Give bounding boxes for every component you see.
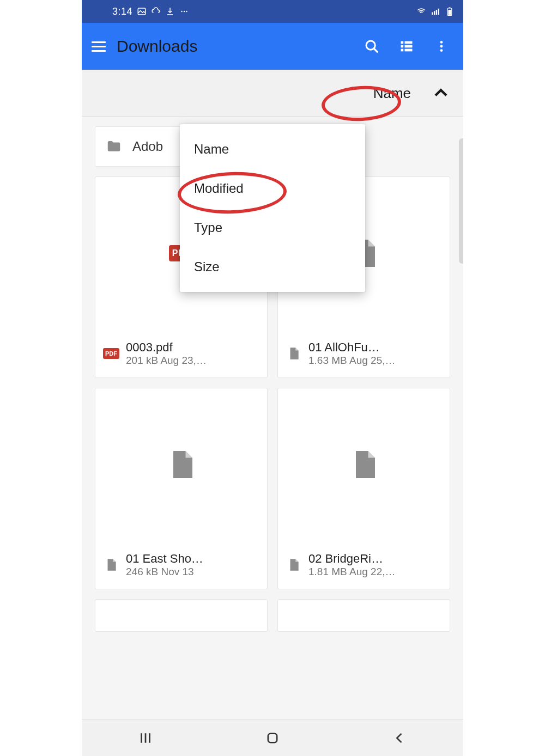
svg-point-11: [366, 41, 375, 50]
document-icon: [286, 555, 302, 575]
app-bar: Downloads: [82, 23, 463, 70]
gallery-icon: [137, 7, 147, 16]
folder-name: Adob: [132, 139, 163, 154]
overflow-menu-button[interactable]: [432, 36, 451, 56]
svg-rect-9: [448, 10, 451, 15]
android-status-bar: 3:14: [82, 0, 463, 23]
sort-by-button[interactable]: Name: [362, 82, 422, 105]
svg-rect-15: [401, 45, 404, 48]
svg-rect-17: [401, 49, 404, 52]
folder-icon: [104, 138, 124, 155]
file-card[interactable]: 01 East Sho… 246 kB Nov 13: [95, 388, 268, 589]
phone-frame: 3:14: [82, 0, 463, 756]
svg-point-1: [181, 11, 182, 12]
svg-rect-6: [436, 10, 437, 15]
svg-rect-16: [405, 45, 413, 48]
file-card[interactable]: 02 BridgeRi… 1.81 MB Aug 22,…: [277, 388, 450, 589]
file-meta: 1.63 MB Aug 25,…: [308, 355, 396, 367]
status-right: [416, 7, 455, 16]
file-card-footer: 02 BridgeRi… 1.81 MB Aug 22,…: [278, 541, 450, 589]
document-icon: [348, 445, 380, 484]
status-time: 3:14: [112, 6, 132, 17]
file-card-footer: 01 East Sho… 246 kB Nov 13: [95, 541, 267, 589]
file-name: 0003.pdf: [126, 340, 207, 355]
file-meta: 1.81 MB Aug 22,…: [308, 566, 396, 578]
svg-rect-4: [432, 13, 433, 15]
nav-home-button[interactable]: [256, 727, 289, 749]
file-name: 02 BridgeRi…: [308, 552, 396, 566]
svg-point-21: [440, 49, 443, 52]
svg-rect-25: [268, 733, 277, 742]
sort-option-name[interactable]: Name: [180, 130, 365, 169]
file-name: 01 AllOhFu…: [308, 340, 396, 355]
svg-rect-18: [405, 49, 413, 52]
nav-recents-button[interactable]: [129, 727, 162, 749]
svg-rect-14: [405, 41, 413, 44]
sort-bar: Name: [82, 70, 463, 117]
file-card-footer: PDF 0003.pdf 201 kB Aug 23,…: [95, 330, 267, 377]
file-card[interactable]: [95, 599, 268, 632]
scrollbar[interactable]: [459, 138, 463, 264]
file-thumbnail: [278, 388, 450, 541]
sort-option-size[interactable]: Size: [180, 247, 365, 286]
nav-back-button[interactable]: [383, 727, 416, 749]
view-toggle-button[interactable]: [397, 36, 416, 56]
android-nav-bar: [82, 719, 463, 756]
sort-direction-button[interactable]: [432, 84, 450, 102]
page-title: Downloads: [117, 37, 197, 56]
document-icon: [286, 344, 302, 363]
file-thumbnail: [95, 388, 267, 541]
sort-option-type[interactable]: Type: [180, 208, 365, 247]
file-name: 01 East Sho…: [126, 552, 203, 566]
file-meta: 201 kB Aug 23,…: [126, 355, 207, 367]
file-card-footer: 01 AllOhFu… 1.63 MB Aug 25,…: [278, 330, 450, 377]
document-icon: [103, 555, 119, 575]
svg-rect-13: [401, 41, 404, 44]
svg-rect-5: [434, 11, 435, 15]
battery-icon: [445, 7, 455, 16]
app-bar-actions: [362, 36, 457, 56]
cloud-icon: [151, 7, 161, 16]
file-meta: 246 kB Nov 13: [126, 566, 203, 578]
document-icon: [165, 445, 198, 484]
status-left: 3:14: [112, 6, 189, 17]
sort-option-modified[interactable]: Modified: [180, 169, 365, 208]
pdf-icon: PDF: [103, 344, 119, 363]
svg-rect-10: [449, 8, 451, 9]
svg-line-12: [374, 48, 378, 52]
svg-point-19: [440, 41, 443, 44]
wifi-icon: [416, 7, 426, 16]
more-dots-icon: [179, 7, 189, 16]
svg-point-20: [440, 45, 443, 48]
signal-icon: [431, 7, 440, 16]
menu-button[interactable]: [88, 35, 110, 57]
svg-point-2: [184, 11, 185, 12]
file-card[interactable]: [277, 599, 450, 632]
svg-rect-7: [438, 9, 439, 15]
download-icon: [165, 7, 175, 16]
sort-menu: Name Modified Type Size: [180, 124, 365, 292]
svg-point-3: [186, 11, 187, 12]
search-button[interactable]: [362, 36, 382, 56]
